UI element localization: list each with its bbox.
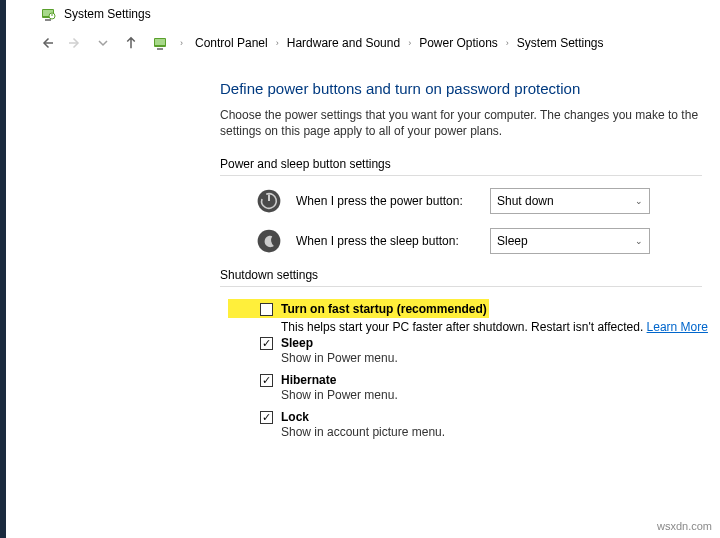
svg-rect-2 bbox=[45, 19, 51, 21]
lock-description: Show in account picture menu. bbox=[281, 425, 720, 439]
lock-label: Lock bbox=[281, 410, 309, 424]
navigation-bar: › Control Panel › Hardware and Sound › P… bbox=[0, 28, 720, 62]
up-icon[interactable] bbox=[120, 32, 142, 54]
forward-icon bbox=[64, 32, 86, 54]
recent-dropdown-icon[interactable] bbox=[92, 32, 114, 54]
watermark: wsxdn.com bbox=[657, 520, 712, 532]
power-options-icon bbox=[152, 35, 168, 51]
power-button-dropdown[interactable]: Shut down ⌄ bbox=[490, 188, 650, 214]
breadcrumb-item[interactable]: System Settings bbox=[515, 34, 606, 52]
hibernate-checkbox[interactable] bbox=[260, 374, 273, 387]
chevron-right-icon: › bbox=[404, 38, 415, 48]
chevron-right-icon: › bbox=[176, 38, 187, 48]
sleep-checkbox[interactable] bbox=[260, 337, 273, 350]
sleep-button-label: When I press the sleep button: bbox=[296, 234, 476, 248]
breadcrumb-item[interactable]: Power Options bbox=[417, 34, 500, 52]
fast-startup-checkbox[interactable] bbox=[260, 303, 273, 316]
page-subtitle: Choose the power settings that you want … bbox=[220, 107, 720, 139]
sleep-label: Sleep bbox=[281, 336, 313, 350]
power-icon bbox=[256, 188, 282, 214]
section-power-sleep: Power and sleep button settings bbox=[220, 157, 702, 176]
highlighted-option: Turn on fast startup (recommended) bbox=[228, 299, 489, 318]
chevron-down-icon: ⌄ bbox=[635, 236, 643, 246]
lock-checkbox[interactable] bbox=[260, 411, 273, 424]
sleep-button-dropdown[interactable]: Sleep ⌄ bbox=[490, 228, 650, 254]
window-title: System Settings bbox=[64, 7, 151, 21]
fast-startup-description: This helps start your PC faster after sh… bbox=[281, 320, 647, 334]
power-button-label: When I press the power button: bbox=[296, 194, 476, 208]
hibernate-label: Hibernate bbox=[281, 373, 336, 387]
sleep-button-row: When I press the sleep button: Sleep ⌄ bbox=[256, 228, 720, 254]
learn-more-link[interactable]: Learn More bbox=[647, 320, 708, 334]
fast-startup-label: Turn on fast startup (recommended) bbox=[281, 302, 487, 316]
page-title: Define power buttons and turn on passwor… bbox=[220, 80, 720, 97]
dropdown-value: Sleep bbox=[497, 234, 528, 248]
chevron-down-icon: ⌄ bbox=[635, 196, 643, 206]
breadcrumb-item[interactable]: Hardware and Sound bbox=[285, 34, 402, 52]
dropdown-value: Shut down bbox=[497, 194, 554, 208]
title-bar: System Settings bbox=[0, 0, 720, 28]
svg-rect-5 bbox=[155, 39, 165, 45]
moon-icon bbox=[256, 228, 282, 254]
breadcrumb-item[interactable]: Control Panel bbox=[193, 34, 270, 52]
breadcrumb: Control Panel › Hardware and Sound › Pow… bbox=[193, 34, 606, 52]
hibernate-description: Show in Power menu. bbox=[281, 388, 720, 402]
sleep-description: Show in Power menu. bbox=[281, 351, 720, 365]
svg-rect-6 bbox=[157, 48, 163, 50]
power-options-icon bbox=[40, 6, 56, 22]
section-shutdown: Shutdown settings bbox=[220, 268, 702, 287]
back-icon[interactable] bbox=[36, 32, 58, 54]
power-button-row: When I press the power button: Shut down… bbox=[256, 188, 720, 214]
chevron-right-icon: › bbox=[502, 38, 513, 48]
chevron-right-icon: › bbox=[272, 38, 283, 48]
